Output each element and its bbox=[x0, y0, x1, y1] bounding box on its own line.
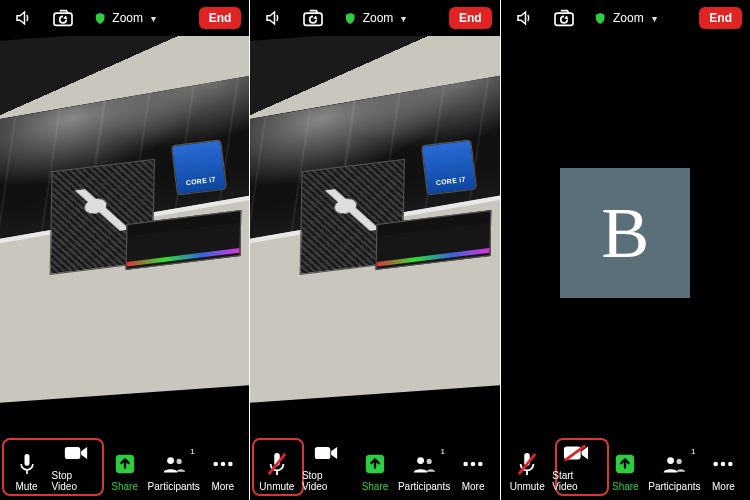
more-button[interactable]: More bbox=[699, 451, 747, 492]
avatar: B bbox=[560, 168, 690, 298]
svg-point-5 bbox=[176, 459, 181, 464]
svg-point-29 bbox=[728, 462, 733, 467]
svg-rect-12 bbox=[315, 447, 330, 459]
shield-icon bbox=[594, 11, 607, 26]
speaker-icon[interactable] bbox=[8, 5, 38, 31]
more-button[interactable]: More bbox=[449, 451, 497, 492]
participants-count: 1 bbox=[691, 447, 695, 456]
more-icon bbox=[458, 451, 488, 477]
share-button[interactable]: Share bbox=[101, 451, 149, 492]
video-label: Start Video bbox=[552, 470, 600, 492]
svg-point-14 bbox=[417, 457, 424, 464]
svg-point-15 bbox=[427, 459, 432, 464]
mute-label: Mute bbox=[15, 481, 37, 492]
mute-button[interactable]: Mute bbox=[3, 451, 51, 492]
share-label: Share bbox=[612, 481, 639, 492]
svg-point-17 bbox=[471, 462, 476, 467]
microphone-icon bbox=[12, 451, 42, 477]
unmute-button[interactable]: Unmute bbox=[253, 451, 301, 492]
participants-button[interactable]: 1 Participants bbox=[400, 451, 448, 492]
mute-label: Unmute bbox=[259, 481, 294, 492]
chevron-down-icon: ▾ bbox=[401, 13, 406, 24]
participants-icon: 1 bbox=[409, 451, 439, 477]
share-button[interactable]: Share bbox=[601, 451, 649, 492]
app-title-dropdown[interactable]: Zoom ▾ bbox=[93, 11, 156, 26]
end-button[interactable]: End bbox=[199, 7, 242, 29]
svg-point-25 bbox=[668, 457, 675, 464]
camera-flip-icon[interactable] bbox=[549, 5, 579, 31]
bottom-toolbar: Unmute Stop Video Share 1 Participants M… bbox=[250, 430, 499, 500]
video-icon bbox=[61, 440, 91, 466]
more-button[interactable]: More bbox=[199, 451, 247, 492]
camera-flip-icon[interactable] bbox=[298, 5, 328, 31]
shield-icon bbox=[93, 11, 106, 26]
video-button[interactable]: Stop Video bbox=[302, 440, 350, 492]
share-button[interactable]: Share bbox=[351, 451, 399, 492]
start-video-button[interactable]: Start Video bbox=[552, 440, 600, 492]
top-bar: Zoom▾ End bbox=[501, 0, 750, 36]
svg-rect-22 bbox=[564, 447, 581, 460]
camera-preview-laptop bbox=[0, 36, 249, 403]
participants-icon: 1 bbox=[659, 451, 689, 477]
svg-rect-2 bbox=[64, 447, 79, 459]
app-name: Zoom bbox=[363, 11, 394, 25]
app-name: Zoom bbox=[613, 11, 644, 25]
participants-button[interactable]: 1 Participants bbox=[650, 451, 698, 492]
video-feed bbox=[0, 36, 249, 430]
svg-point-4 bbox=[167, 457, 174, 464]
app-title-dropdown[interactable]: Zoom▾ bbox=[594, 11, 657, 26]
video-feed bbox=[250, 36, 499, 430]
video-off-icon bbox=[561, 440, 591, 466]
chevron-down-icon: ▾ bbox=[652, 13, 657, 24]
participants-label: Participants bbox=[148, 481, 200, 492]
bottom-toolbar: Mute Stop Video Share 1 Participants bbox=[0, 430, 249, 500]
camera-preview-laptop bbox=[250, 36, 499, 403]
top-bar: Zoom ▾ End bbox=[0, 0, 249, 36]
end-button[interactable]: End bbox=[699, 7, 742, 29]
end-button[interactable]: End bbox=[449, 7, 492, 29]
participants-button[interactable]: 1 Participants bbox=[150, 451, 198, 492]
participants-icon: 1 bbox=[159, 451, 189, 477]
triptych: Zoom ▾ End Mute bbox=[0, 0, 750, 500]
more-label: More bbox=[712, 481, 735, 492]
top-bar: Zoom▾ End bbox=[250, 0, 499, 36]
app-name: Zoom bbox=[112, 11, 143, 25]
pane-2: Zoom▾ End Unmute Stop Video S bbox=[249, 0, 499, 500]
participants-label: Participants bbox=[398, 481, 450, 492]
more-icon bbox=[708, 451, 738, 477]
participants-label: Participants bbox=[648, 481, 700, 492]
camera-flip-icon[interactable] bbox=[48, 5, 78, 31]
share-icon bbox=[360, 451, 390, 477]
svg-rect-1 bbox=[24, 454, 29, 466]
more-label: More bbox=[462, 481, 485, 492]
more-label: More bbox=[211, 481, 234, 492]
svg-point-18 bbox=[478, 462, 483, 467]
mute-label: Unmute bbox=[510, 481, 545, 492]
svg-point-26 bbox=[677, 459, 682, 464]
svg-point-6 bbox=[213, 462, 218, 467]
microphone-muted-icon bbox=[262, 451, 292, 477]
app-title-dropdown[interactable]: Zoom▾ bbox=[344, 11, 407, 26]
share-label: Share bbox=[362, 481, 389, 492]
video-off-placeholder: B bbox=[501, 36, 750, 430]
chevron-down-icon: ▾ bbox=[151, 13, 156, 24]
video-button[interactable]: Stop Video bbox=[52, 440, 100, 492]
participants-count: 1 bbox=[441, 447, 445, 456]
video-label: Stop Video bbox=[302, 470, 350, 492]
video-icon bbox=[311, 440, 341, 466]
svg-point-27 bbox=[714, 462, 719, 467]
shield-icon bbox=[344, 11, 357, 26]
speaker-icon[interactable] bbox=[258, 5, 288, 31]
share-label: Share bbox=[111, 481, 138, 492]
pane-1: Zoom ▾ End Mute bbox=[0, 0, 249, 500]
pane-3: Zoom▾ End B Unmute Start Video Share bbox=[500, 0, 750, 500]
svg-point-16 bbox=[463, 462, 468, 467]
svg-point-28 bbox=[721, 462, 726, 467]
bottom-toolbar: Unmute Start Video Share 1 Participants … bbox=[501, 430, 750, 500]
svg-point-8 bbox=[228, 462, 233, 467]
speaker-icon[interactable] bbox=[509, 5, 539, 31]
microphone-muted-icon bbox=[512, 451, 542, 477]
share-icon bbox=[110, 451, 140, 477]
unmute-button[interactable]: Unmute bbox=[503, 451, 551, 492]
participants-count: 1 bbox=[190, 447, 194, 456]
